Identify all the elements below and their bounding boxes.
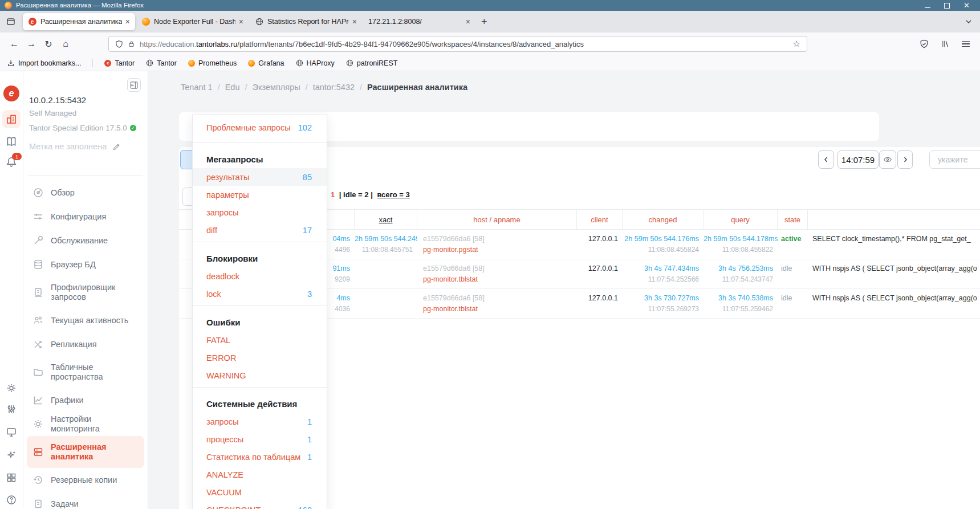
sidebar-item-monitoring-settings[interactable]: Настройки мониторинга xyxy=(23,412,148,436)
profiler-doc-icon xyxy=(32,287,44,298)
rail-apps-grid-icon[interactable] xyxy=(0,472,23,483)
home-icon[interactable]: ⌂ xyxy=(57,36,74,52)
forward-icon[interactable]: → xyxy=(23,36,40,52)
bookmark-grafana[interactable]: Grafana xyxy=(248,59,284,67)
total-link[interactable]: всего = 3 xyxy=(377,190,409,199)
menu-item-table-stats[interactable]: Статистика по таблицам 1 xyxy=(193,448,327,466)
sidebar-item-db-browser[interactable]: Браузер БД xyxy=(23,253,148,276)
col-header-changed[interactable]: changed xyxy=(623,210,704,229)
menu-item-analyze[interactable]: ANALYZE xyxy=(193,466,327,483)
col-header-state[interactable]: state xyxy=(778,210,808,229)
new-tab-button[interactable]: + xyxy=(481,16,487,28)
tab-haproxy-stats[interactable]: Statistics Report for HAPro × xyxy=(250,13,362,30)
sidebar-item-replication[interactable]: Репликация xyxy=(23,332,148,356)
prev-time-button[interactable] xyxy=(818,150,834,169)
rail-docs-icon[interactable] xyxy=(0,135,23,148)
col-header-xact[interactable]: xact xyxy=(355,210,417,229)
menu-item-sys-queries[interactable]: запросы 1 xyxy=(193,413,327,430)
menu-item-results[interactable]: результаты 85 xyxy=(193,168,327,186)
rail-instances-icon[interactable] xyxy=(0,110,23,128)
bookmark-patronirest[interactable]: patroniREST xyxy=(346,59,398,67)
time-display[interactable]: 14:07:59 xyxy=(837,150,879,169)
sidebar-divider xyxy=(28,175,143,176)
rail-sparkles-icon[interactable] xyxy=(0,450,23,461)
menu-item-problem-queries[interactable]: Проблемные запросы 102 xyxy=(193,115,327,140)
reload-icon[interactable]: ↻ xyxy=(40,36,57,52)
maximize-icon[interactable] xyxy=(944,3,950,9)
next-time-button[interactable] xyxy=(897,150,913,169)
url-bar[interactable]: https://education.tantorlabs.ru/platform… xyxy=(108,36,807,52)
close-icon[interactable]: ✕ xyxy=(963,3,970,9)
lock-icon[interactable] xyxy=(128,40,135,48)
col-header-query[interactable]: query xyxy=(704,210,778,229)
tab-advanced-analytics[interactable]: e Расширенная аналитика × xyxy=(23,13,135,30)
menu-item-lock[interactable]: lock 3 xyxy=(193,285,327,303)
bookmark-tantor-1[interactable]: e Tantor xyxy=(104,59,135,67)
bookmark-haproxy[interactable]: HAProxy xyxy=(296,59,335,67)
tab-close-icon[interactable]: × xyxy=(352,18,357,26)
menu-item-parameters[interactable]: параметры xyxy=(193,186,327,203)
tab-node-exporter[interactable]: Node Exporter Full - Dash × xyxy=(136,13,249,30)
edit-pencil-icon[interactable] xyxy=(112,142,121,151)
analytics-dropdown-menu: Проблемные запросы 102 Мегазапросы резул… xyxy=(192,115,327,509)
library-icon[interactable] xyxy=(941,39,950,48)
minimize-icon[interactable] xyxy=(925,3,930,8)
col-header-client[interactable]: client xyxy=(577,210,623,229)
sidebar-item-tasks[interactable]: Задачи xyxy=(23,492,148,509)
instance-edition: Tantor Special Edition 17.5.0 ✓ xyxy=(29,124,136,132)
rail-help-icon[interactable] xyxy=(0,494,23,506)
menu-divider xyxy=(193,387,327,388)
firefox-view-icon[interactable] xyxy=(3,14,18,29)
shield-icon[interactable] xyxy=(115,40,123,48)
menu-item-vacuum[interactable]: VACUUM xyxy=(193,483,327,501)
menu-item-diff[interactable]: diff 17 xyxy=(193,221,327,239)
breadcrumb-item[interactable]: Edu xyxy=(225,83,240,92)
protection-shield-icon[interactable] xyxy=(920,39,929,48)
sidebar-item-configuration[interactable]: Конфигурация xyxy=(23,205,148,229)
sidebar-item-advanced-analytics[interactable]: Расширенная аналитика xyxy=(27,436,144,468)
menu-item-sys-processes[interactable]: процессы 1 xyxy=(193,430,327,448)
wrench-icon xyxy=(32,235,44,246)
sidebar-item-backups[interactable]: Резервные копии xyxy=(23,468,148,492)
menu-item-deadlock[interactable]: deadlock xyxy=(193,267,327,285)
time-picker-input[interactable]: укажите xyxy=(929,150,980,169)
rail-sliders-icon[interactable] xyxy=(0,404,23,415)
globe-icon xyxy=(296,59,303,67)
bookmark-star-icon[interactable]: ☆ xyxy=(793,39,800,49)
sidebar-collapse-icon[interactable] xyxy=(127,78,141,92)
rail-notifications-icon[interactable]: 1 xyxy=(0,156,23,168)
rail-monitor-icon[interactable] xyxy=(0,426,23,438)
col-header-host-apname[interactable]: host / apname xyxy=(417,210,577,229)
menu-item-checkpoint[interactable]: CHECKPOINT 168 xyxy=(193,501,327,509)
menu-item-queries[interactable]: запросы xyxy=(193,203,327,221)
notification-badge: 1 xyxy=(12,153,22,160)
menu-hamburger-icon[interactable] xyxy=(962,41,970,47)
tab-close-icon[interactable]: × xyxy=(239,18,243,26)
tab-label: Statistics Report for HAPro xyxy=(267,18,349,26)
sidebar-item-query-profiler[interactable]: Профилировщик запросов xyxy=(23,276,148,308)
tab-patroni[interactable]: 172.21.1.2:8008/ × xyxy=(363,13,475,30)
tantor-logo[interactable]: e xyxy=(0,85,23,101)
sidebar-item-maintenance[interactable]: Обслуживание xyxy=(23,229,148,253)
list-tabs-chevron-icon[interactable] xyxy=(965,18,972,25)
sidebar-item-charts[interactable]: Графики xyxy=(23,388,148,412)
bookmark-prometheus[interactable]: Prometheus xyxy=(188,59,237,67)
tab-close-icon[interactable]: × xyxy=(466,18,470,26)
breadcrumb-item[interactable]: tantor:5432 xyxy=(313,83,355,92)
bookmark-import[interactable]: Import bookmarks... xyxy=(7,59,81,67)
menu-item-warning[interactable]: WARNING xyxy=(193,367,327,384)
menu-item-fatal[interactable]: FATAL xyxy=(193,331,327,349)
breadcrumb-item[interactable]: Экземпляры xyxy=(253,83,300,92)
back-icon[interactable]: ← xyxy=(6,36,23,52)
sidebar-item-overview[interactable]: Обзор xyxy=(23,181,148,205)
bookmark-tantor-2[interactable]: Tantor xyxy=(146,59,177,67)
menu-item-error[interactable]: ERROR xyxy=(193,349,327,367)
crossed-arrows-icon xyxy=(32,339,44,350)
toolbar-right-icons xyxy=(920,39,974,48)
sidebar-item-current-activity[interactable]: Текущая активность xyxy=(23,308,148,332)
sidebar-item-tablespaces[interactable]: Табличные пространства xyxy=(23,356,148,388)
eye-icon-button[interactable] xyxy=(879,150,896,169)
breadcrumb-item[interactable]: Tenant 1 xyxy=(181,83,213,92)
rail-settings-icon[interactable] xyxy=(0,382,23,394)
tab-close-icon[interactable]: × xyxy=(125,18,130,26)
